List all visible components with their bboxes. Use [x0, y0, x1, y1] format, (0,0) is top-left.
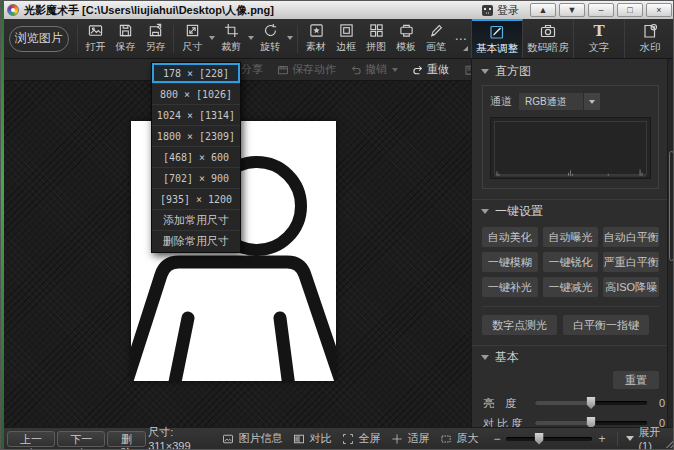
redo-button[interactable]: 重做	[405, 62, 456, 77]
basic-sliders: 亮 度 0 对 比 度 0 色 相	[472, 393, 674, 429]
size-menu-item[interactable]: 1024 × [1314]	[152, 105, 240, 126]
rotate-button[interactable]: 旋转	[255, 19, 285, 58]
browse-images-button[interactable]: 浏览图片	[9, 26, 69, 52]
size-menu-item[interactable]: 1800 × [2309]	[152, 126, 240, 147]
oneclick-extra-button[interactable]: 数字点测光	[482, 315, 557, 335]
resize-grip[interactable]	[666, 440, 674, 448]
save-icon	[118, 23, 133, 38]
window-title: 光影魔术手 [C:\Users\liujiahui\Desktop\人像.png…	[24, 3, 274, 18]
zoom-out-button[interactable]: −	[493, 432, 500, 446]
compare-button[interactable]: 对比	[293, 431, 331, 446]
reset-button[interactable]: 重置	[613, 371, 659, 389]
collage-button[interactable]: 拼图	[361, 19, 391, 58]
delete-image-button[interactable]: 删除	[107, 431, 146, 447]
crop-button[interactable]: 裁剪	[216, 19, 246, 58]
histogram-section-header[interactable]: 直方图	[472, 59, 674, 83]
histogram-box: 通道 RGB通道	[482, 85, 659, 189]
scrollbar-thumb[interactable]	[669, 151, 674, 261]
zoom-slider-thumb[interactable]	[535, 433, 544, 445]
crop-icon	[224, 23, 239, 38]
skin-button[interactable]: ▲	[530, 3, 556, 17]
panel-scrollbar[interactable]	[667, 59, 674, 429]
undo-dropdown-arrow[interactable]	[392, 68, 398, 75]
material-icon	[309, 23, 324, 38]
save-as-button[interactable]: 另存	[140, 19, 170, 58]
oneclick-buttons: 自动美化 自动曝光 自动白平衡 一键模糊 一键锐化 严重白平衡 一键补光 一键减…	[482, 227, 659, 297]
template-icon	[399, 23, 414, 38]
expand-button[interactable]: 展开(1)	[626, 425, 667, 450]
crop-dropdown-arrow[interactable]	[246, 19, 255, 58]
size-menu-item[interactable]: [935] × 1200	[152, 189, 240, 210]
titlebar-menu-button[interactable]: ▼	[559, 3, 585, 17]
channel-select[interactable]: RGB通道	[519, 93, 600, 110]
rotate-dropdown-arrow[interactable]	[285, 19, 294, 58]
tab-watermark[interactable]: 水印	[625, 19, 674, 58]
slider-track[interactable]	[535, 401, 647, 405]
oneclick-button[interactable]: 高ISO降噪	[603, 277, 659, 297]
fit-screen-button[interactable]: 适屏	[391, 431, 429, 446]
tab-text[interactable]: T 文字	[574, 19, 625, 58]
save-action-button[interactable]: 保存动作	[270, 62, 343, 77]
titlebar: 光影魔术手 [C:\Users\liujiahui\Desktop\人像.png…	[1, 1, 674, 19]
zoom-control: − +	[482, 432, 605, 446]
collage-icon	[369, 23, 384, 38]
mode-tabs: 基本调整 数码暗房 T 文字 水印	[471, 19, 674, 58]
adjust-panel: 直方图 通道 RGB通道 一键设置 自动美	[471, 59, 674, 429]
close-button[interactable]: ×	[646, 3, 672, 17]
fit-screen-icon	[391, 433, 403, 445]
brush-button[interactable]: 画笔	[421, 19, 451, 58]
size-menu-item[interactable]: 178 × [228]	[152, 63, 240, 84]
basic-adjust-icon	[489, 24, 505, 40]
login-button[interactable]: 登录	[474, 3, 527, 18]
open-button[interactable]: 打开	[80, 19, 110, 58]
border-button[interactable]: 边框	[331, 19, 361, 58]
undo-button[interactable]: 撤销	[343, 62, 405, 77]
template-button[interactable]: 模板	[391, 19, 421, 58]
oneclick-button[interactable]: 严重白平衡	[603, 252, 659, 272]
basic-section-header[interactable]: 基本	[472, 345, 674, 369]
fullscreen-button[interactable]: 全屏	[342, 431, 380, 446]
slider-thumb[interactable]	[587, 397, 596, 409]
image-info-icon	[222, 433, 234, 445]
more-tools-button[interactable]: ⋯	[451, 19, 471, 58]
undo-icon	[350, 64, 362, 76]
oneclick-button[interactable]: 一键锐化	[543, 252, 599, 272]
resize-dropdown-arrow[interactable]	[207, 19, 216, 58]
resize-button[interactable]: 尺寸	[177, 19, 207, 58]
tab-basic-adjust[interactable]: 基本调整	[472, 19, 523, 58]
toolbar-separator	[77, 25, 78, 53]
size-menu-item[interactable]: 删除常用尺寸	[152, 231, 240, 252]
oneclick-section-header[interactable]: 一键设置	[472, 199, 674, 223]
oneclick-button[interactable]: 自动白平衡	[603, 227, 659, 247]
prev-image-button[interactable]: 上一张	[7, 431, 55, 447]
zoom-in-button[interactable]: +	[598, 432, 605, 446]
minimize-button[interactable]: –	[588, 3, 614, 17]
brush-icon	[429, 23, 444, 38]
toolbar-separator	[173, 25, 174, 53]
titlebar-buttons: 登录 ▲ ▼ – □ ×	[474, 3, 674, 18]
histogram-display	[490, 117, 651, 179]
oneclick-button[interactable]: 一键补光	[482, 277, 538, 297]
size-menu-item[interactable]: 800 × [1026]	[152, 84, 240, 105]
oneclick-extra-button[interactable]: 白平衡一指键	[563, 315, 649, 335]
oneclick-button[interactable]: 自动美化	[482, 227, 538, 247]
zoom-slider-track[interactable]	[506, 437, 592, 441]
oneclick-button[interactable]: 一键减光	[543, 277, 599, 297]
original-size-button[interactable]: 原大	[440, 431, 478, 446]
open-icon	[88, 23, 103, 38]
material-button[interactable]: 素材	[301, 19, 331, 58]
oneclick-button[interactable]: 自动曝光	[543, 227, 599, 247]
image-size-text: 尺寸: 311×399	[148, 425, 208, 450]
compare-icon	[293, 433, 305, 445]
save-button[interactable]: 保存	[110, 19, 140, 58]
maximize-button[interactable]: □	[617, 3, 643, 17]
image-info-button[interactable]: 图片信息	[222, 431, 282, 446]
text-icon: T	[593, 23, 604, 39]
tab-darkroom[interactable]: 数码暗房	[523, 19, 574, 58]
size-menu-item[interactable]: [468] × 600	[152, 147, 240, 168]
collapse-icon	[481, 355, 489, 364]
next-image-button[interactable]: 下一张	[57, 431, 105, 447]
oneclick-button[interactable]: 一键模糊	[482, 252, 538, 272]
size-menu-item[interactable]: [702] × 900	[152, 168, 240, 189]
size-menu-item[interactable]: 添加常用尺寸	[152, 210, 240, 231]
